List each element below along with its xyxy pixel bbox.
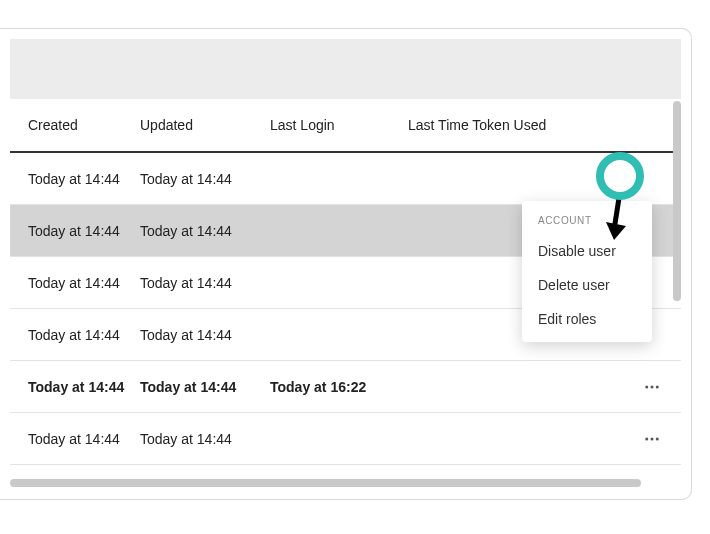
more-horizontal-icon	[643, 378, 661, 396]
svg-point-3	[645, 437, 648, 440]
cell-updated: Today at 14:44	[140, 223, 270, 239]
cell-last-login: Today at 16:22	[270, 379, 408, 395]
cell-created: Today at 14:44	[10, 327, 140, 343]
table-row[interactable]: Today at 14:44Today at 14:44	[10, 413, 681, 465]
menu-item-delete-user[interactable]: Delete user	[522, 268, 652, 302]
cell-updated: Today at 14:44	[140, 275, 270, 291]
col-header-last-token: Last Time Token Used	[408, 117, 623, 133]
table-header-row: Created Updated Last Login Last Time Tok…	[10, 99, 681, 153]
svg-point-0	[645, 385, 648, 388]
cell-created: Today at 14:44	[10, 275, 140, 291]
menu-section-header: ACCOUNT	[522, 211, 652, 234]
row-actions-button[interactable]	[638, 425, 666, 453]
col-header-created: Created	[10, 117, 140, 133]
cell-actions	[623, 425, 681, 453]
svg-point-2	[656, 385, 659, 388]
col-header-last-login: Last Login	[270, 117, 408, 133]
account-actions-menu: ACCOUNT Disable user Delete user Edit ro…	[522, 201, 652, 342]
cell-updated: Today at 14:44	[140, 431, 270, 447]
svg-point-4	[651, 437, 654, 440]
cell-created: Today at 14:44	[10, 379, 140, 395]
vertical-scrollbar[interactable]	[673, 101, 681, 301]
cell-actions	[623, 373, 681, 401]
toolbar-placeholder	[10, 39, 681, 99]
more-horizontal-icon	[643, 430, 661, 448]
row-actions-button[interactable]	[638, 373, 666, 401]
table-row[interactable]: Today at 14:44Today at 14:44	[10, 153, 681, 205]
horizontal-scrollbar[interactable]	[10, 479, 641, 487]
cell-created: Today at 14:44	[10, 171, 140, 187]
svg-point-5	[656, 437, 659, 440]
col-header-updated: Updated	[140, 117, 270, 133]
cell-updated: Today at 14:44	[140, 327, 270, 343]
menu-item-disable-user[interactable]: Disable user	[522, 234, 652, 268]
cell-created: Today at 14:44	[10, 431, 140, 447]
cell-created: Today at 14:44	[10, 223, 140, 239]
svg-point-1	[651, 385, 654, 388]
table-row[interactable]: Today at 14:44Today at 14:44Today at 16:…	[10, 361, 681, 413]
cell-updated: Today at 14:44	[140, 379, 270, 395]
cell-updated: Today at 14:44	[140, 171, 270, 187]
menu-item-edit-roles[interactable]: Edit roles	[522, 302, 652, 336]
